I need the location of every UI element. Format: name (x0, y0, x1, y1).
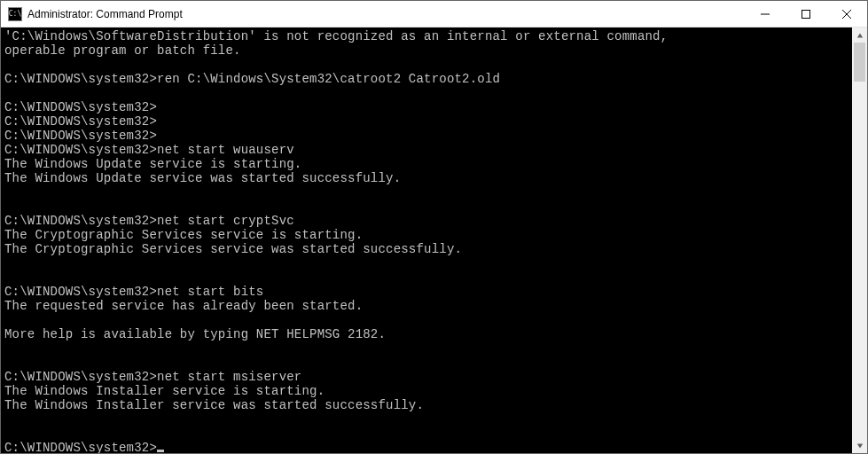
terminal-line: The Cryptographic Services service was s… (4, 242, 848, 256)
terminal-line (4, 200, 848, 214)
terminal-line: The Windows Installer service is startin… (4, 384, 848, 398)
terminal-line: 'C:\Windows\SoftwareDistribution' is not… (4, 29, 848, 43)
terminal-line: C:\WINDOWS\system32>net start bits (4, 285, 848, 299)
terminal-line: C:\WINDOWS\system32> (4, 129, 848, 143)
terminal-line (4, 412, 848, 427)
maximize-icon (802, 10, 810, 19)
terminal-line (4, 185, 848, 200)
close-icon (842, 10, 851, 19)
terminal-output[interactable]: 'C:\Windows\SoftwareDistribution' is not… (1, 27, 852, 453)
minimize-button[interactable] (745, 1, 786, 27)
svg-marker-4 (856, 33, 862, 37)
terminal-line: C:\WINDOWS\system32>net start cryptSvc (4, 214, 848, 228)
scroll-up-button[interactable] (852, 27, 867, 43)
terminal-line: C:\WINDOWS\system32> (4, 100, 848, 114)
terminal-line: More help is available by typing NET HEL… (4, 327, 848, 341)
terminal-line (4, 427, 848, 441)
cmd-window: C:\ Administrator: Command Prompt 'C:\Wi… (0, 0, 868, 454)
terminal-cursor (157, 450, 164, 452)
cmd-icon: C:\ (8, 7, 22, 21)
terminal-line: The requested service has already been s… (4, 299, 848, 313)
terminal-line (4, 86, 848, 100)
terminal-line: C:\WINDOWS\system32> (4, 114, 848, 129)
terminal-line (4, 356, 848, 370)
terminal-line: The Windows Installer service was starte… (4, 398, 848, 412)
window-buttons (745, 1, 867, 27)
terminal-line (4, 58, 848, 72)
terminal-line: operable program or batch file. (4, 43, 848, 58)
scroll-track[interactable] (852, 43, 867, 438)
svg-rect-1 (802, 10, 810, 18)
terminal-line (4, 270, 848, 285)
chevron-up-icon (856, 32, 864, 39)
terminal-line: C:\WINDOWS\system32> (4, 441, 848, 453)
terminal-line (4, 341, 848, 356)
terminal-line: The Cryptographic Services service is st… (4, 228, 848, 242)
maximize-button[interactable] (786, 1, 826, 27)
close-button[interactable] (826, 1, 867, 27)
terminal-line (4, 313, 848, 327)
scroll-thumb[interactable] (854, 43, 865, 82)
minimize-icon (761, 10, 770, 19)
window-title: Administrator: Command Prompt (27, 8, 183, 20)
scroll-down-button[interactable] (852, 438, 867, 453)
chevron-down-icon (856, 442, 864, 450)
terminal-line: C:\WINDOWS\system32>net start msiserver (4, 370, 848, 384)
titlebar[interactable]: C:\ Administrator: Command Prompt (1, 1, 867, 27)
vertical-scrollbar[interactable] (852, 27, 867, 453)
terminal-line (4, 256, 848, 270)
client-area: 'C:\Windows\SoftwareDistribution' is not… (1, 27, 867, 453)
terminal-line: C:\WINDOWS\system32>net start wuauserv (4, 143, 848, 157)
terminal-line: C:\WINDOWS\system32>ren C:\Windows\Syste… (4, 72, 848, 86)
svg-marker-5 (856, 443, 862, 448)
terminal-line: The Windows Update service was started s… (4, 171, 848, 185)
terminal-line: The Windows Update service is starting. (4, 157, 848, 171)
